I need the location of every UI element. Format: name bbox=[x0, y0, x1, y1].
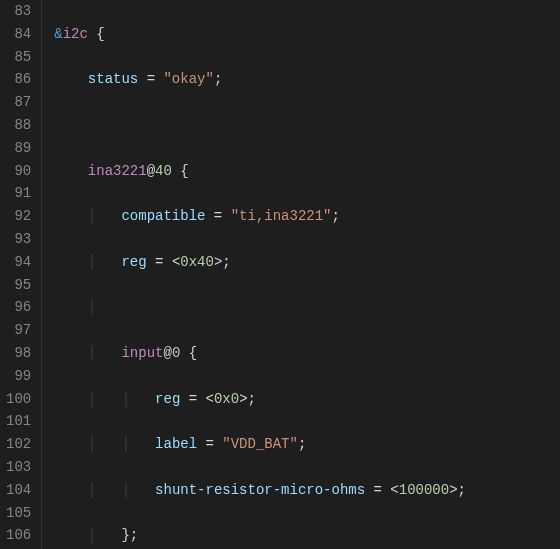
code-line: │ input@0 { bbox=[54, 342, 560, 365]
line-number: 89 bbox=[6, 137, 31, 160]
code-line: ina3221@40 { bbox=[54, 160, 560, 183]
property-token: compatible bbox=[121, 208, 205, 224]
line-number: 104 bbox=[6, 479, 31, 502]
number-token: 0x0 bbox=[214, 391, 239, 407]
indent-guide: │ │ bbox=[54, 436, 155, 452]
line-number: 93 bbox=[6, 228, 31, 251]
property-token: label bbox=[155, 436, 197, 452]
angle-token: > bbox=[449, 482, 457, 498]
code-line: │ │ shunt-resistor-micro-ohms = <100000>… bbox=[54, 479, 560, 502]
indent-guide: │ │ bbox=[54, 482, 155, 498]
line-number: 97 bbox=[6, 319, 31, 342]
line-number: 106 bbox=[6, 524, 31, 547]
line-number: 94 bbox=[6, 251, 31, 274]
code-line: │ │ label = "VDD_BAT"; bbox=[54, 433, 560, 456]
angle-token: < bbox=[206, 391, 214, 407]
ampersand-token: & bbox=[54, 26, 62, 42]
semicolon-token: ; bbox=[222, 254, 230, 270]
indent-guide: │ bbox=[54, 527, 121, 543]
brace-token: { bbox=[96, 26, 104, 42]
code-line: status = "okay"; bbox=[54, 68, 560, 91]
identifier-token: ina3221 bbox=[88, 163, 147, 179]
string-token: "okay" bbox=[163, 71, 213, 87]
line-number: 103 bbox=[6, 456, 31, 479]
angle-token: < bbox=[390, 482, 398, 498]
whitespace bbox=[172, 163, 180, 179]
identifier-token: input bbox=[121, 345, 163, 361]
angle-token: > bbox=[239, 391, 247, 407]
indent-guide: │ │ bbox=[54, 391, 155, 407]
string-token: "ti,ina3221" bbox=[231, 208, 332, 224]
indent-guide: │ bbox=[54, 345, 121, 361]
brace-token: { bbox=[189, 345, 197, 361]
semicolon-token: ; bbox=[248, 391, 256, 407]
line-number: 85 bbox=[6, 46, 31, 69]
line-number: 84 bbox=[6, 23, 31, 46]
indent bbox=[54, 163, 88, 179]
whitespace bbox=[88, 26, 96, 42]
address-token: 40 bbox=[155, 163, 172, 179]
line-number: 83 bbox=[6, 0, 31, 23]
line-number: 86 bbox=[6, 68, 31, 91]
indent-guide: │ bbox=[54, 254, 121, 270]
semicolon-token: ; bbox=[214, 71, 222, 87]
code-line: │ │ reg = <0x0>; bbox=[54, 388, 560, 411]
operator-token: = bbox=[205, 208, 230, 224]
operator-token: = bbox=[365, 482, 390, 498]
brace-token: } bbox=[121, 527, 129, 543]
number-token: 100000 bbox=[399, 482, 449, 498]
at-token: @ bbox=[163, 345, 171, 361]
semicolon-token: ; bbox=[298, 436, 306, 452]
property-token: status bbox=[88, 71, 138, 87]
property-token: shunt-resistor-micro-ohms bbox=[155, 482, 365, 498]
indent bbox=[54, 71, 88, 87]
line-number: 88 bbox=[6, 114, 31, 137]
property-token: reg bbox=[155, 391, 180, 407]
code-editor: 8384858687888990919293949596979899100101… bbox=[0, 0, 560, 549]
code-line: │ compatible = "ti,ina3221"; bbox=[54, 205, 560, 228]
line-number: 91 bbox=[6, 182, 31, 205]
number-token: 0x40 bbox=[180, 254, 214, 270]
line-number: 99 bbox=[6, 365, 31, 388]
line-number: 87 bbox=[6, 91, 31, 114]
line-number: 101 bbox=[6, 410, 31, 433]
operator-token: = bbox=[197, 436, 222, 452]
property-token: reg bbox=[121, 254, 146, 270]
whitespace bbox=[180, 345, 188, 361]
code-area[interactable]: &i2c { status = "okay"; ina3221@40 { │ c… bbox=[42, 0, 560, 549]
code-line: │ }; bbox=[54, 524, 560, 547]
operator-token: = bbox=[180, 391, 205, 407]
code-line: │ bbox=[54, 296, 560, 319]
semicolon-token: ; bbox=[332, 208, 340, 224]
line-number: 105 bbox=[6, 502, 31, 525]
line-number: 102 bbox=[6, 433, 31, 456]
line-number: 96 bbox=[6, 296, 31, 319]
code-line bbox=[54, 114, 560, 137]
operator-token: = bbox=[138, 71, 163, 87]
indent-guide: │ bbox=[54, 299, 96, 315]
line-number-gutter: 8384858687888990919293949596979899100101… bbox=[0, 0, 42, 549]
line-number: 92 bbox=[6, 205, 31, 228]
line-number: 98 bbox=[6, 342, 31, 365]
at-token: @ bbox=[147, 163, 155, 179]
semicolon-token: ; bbox=[458, 482, 466, 498]
string-token: "VDD_BAT" bbox=[222, 436, 298, 452]
line-number: 90 bbox=[6, 160, 31, 183]
semicolon-token: ; bbox=[130, 527, 138, 543]
indent-guide: │ bbox=[54, 208, 121, 224]
line-number: 95 bbox=[6, 274, 31, 297]
identifier-token: i2c bbox=[63, 26, 88, 42]
code-line: &i2c { bbox=[54, 23, 560, 46]
code-line: │ reg = <0x40>; bbox=[54, 251, 560, 274]
line-number: 100 bbox=[6, 388, 31, 411]
brace-token: { bbox=[180, 163, 188, 179]
operator-token: = bbox=[147, 254, 172, 270]
